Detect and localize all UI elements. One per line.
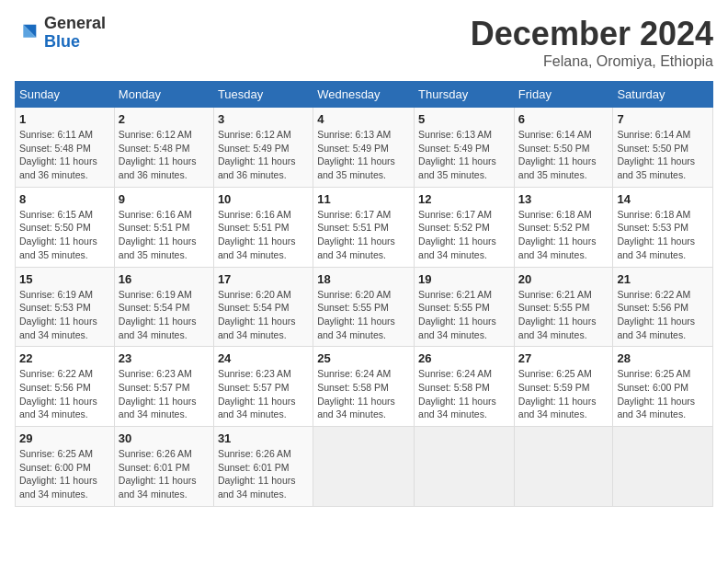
calendar-cell: 14Sunrise: 6:18 AMSunset: 5:53 PMDayligh… xyxy=(613,187,713,267)
day-info: Sunrise: 6:18 AMSunset: 5:53 PMDaylight:… xyxy=(617,208,709,262)
day-number: 3 xyxy=(218,112,309,126)
calendar-cell: 6Sunrise: 6:14 AMSunset: 5:50 PMDaylight… xyxy=(514,108,613,188)
calendar-week-1: 1Sunrise: 6:11 AMSunset: 5:48 PMDaylight… xyxy=(16,108,713,188)
calendar-week-4: 22Sunrise: 6:22 AMSunset: 5:56 PMDayligh… xyxy=(16,347,713,427)
day-number: 4 xyxy=(317,112,410,126)
day-number: 6 xyxy=(518,112,609,126)
calendar-cell: 23Sunrise: 6:23 AMSunset: 5:57 PMDayligh… xyxy=(114,347,213,427)
calendar-cell: 20Sunrise: 6:21 AMSunset: 5:55 PMDayligh… xyxy=(514,267,613,347)
day-number: 7 xyxy=(617,112,709,126)
calendar-cell: 29Sunrise: 6:25 AMSunset: 6:00 PMDayligh… xyxy=(16,427,115,507)
day-number: 21 xyxy=(617,272,709,286)
day-number: 2 xyxy=(119,112,210,126)
calendar-body: 1Sunrise: 6:11 AMSunset: 5:48 PMDaylight… xyxy=(16,108,713,507)
calendar-cell: 16Sunrise: 6:19 AMSunset: 5:54 PMDayligh… xyxy=(114,267,213,347)
calendar-cell xyxy=(415,427,515,507)
day-info: Sunrise: 6:15 AMSunset: 5:50 PMDaylight:… xyxy=(19,208,110,262)
day-info: Sunrise: 6:21 AMSunset: 5:55 PMDaylight:… xyxy=(518,288,609,342)
calendar-cell: 30Sunrise: 6:26 AMSunset: 6:01 PMDayligh… xyxy=(114,427,213,507)
day-info: Sunrise: 6:25 AMSunset: 6:00 PMDaylight:… xyxy=(19,447,110,501)
calendar-week-3: 15Sunrise: 6:19 AMSunset: 5:53 PMDayligh… xyxy=(16,267,713,347)
day-info: Sunrise: 6:22 AMSunset: 5:56 PMDaylight:… xyxy=(617,288,709,342)
day-info: Sunrise: 6:18 AMSunset: 5:52 PMDaylight:… xyxy=(518,208,609,262)
calendar-cell xyxy=(313,427,415,507)
calendar-cell: 4Sunrise: 6:13 AMSunset: 5:49 PMDaylight… xyxy=(313,108,415,188)
col-friday: Friday xyxy=(514,82,613,108)
logo-text: General Blue xyxy=(44,15,106,52)
calendar-week-5: 29Sunrise: 6:25 AMSunset: 6:00 PMDayligh… xyxy=(16,427,713,507)
day-info: Sunrise: 6:14 AMSunset: 5:50 PMDaylight:… xyxy=(518,128,609,182)
day-info: Sunrise: 6:16 AMSunset: 5:51 PMDaylight:… xyxy=(218,208,309,262)
calendar-cell: 1Sunrise: 6:11 AMSunset: 5:48 PMDaylight… xyxy=(16,108,115,188)
calendar-cell: 2Sunrise: 6:12 AMSunset: 5:48 PMDaylight… xyxy=(114,108,213,188)
day-number: 15 xyxy=(19,272,110,286)
day-number: 14 xyxy=(617,192,709,206)
day-info: Sunrise: 6:16 AMSunset: 5:51 PMDaylight:… xyxy=(119,208,210,262)
day-number: 8 xyxy=(19,192,110,206)
calendar-cell xyxy=(613,427,713,507)
day-number: 22 xyxy=(19,351,110,365)
day-number: 31 xyxy=(218,431,309,445)
day-number: 19 xyxy=(418,272,510,286)
day-info: Sunrise: 6:26 AMSunset: 6:01 PMDaylight:… xyxy=(119,447,210,501)
day-info: Sunrise: 6:21 AMSunset: 5:55 PMDaylight:… xyxy=(418,288,510,342)
title-block: December 2024 Felana, Oromiya, Ethiopia xyxy=(471,15,713,70)
col-sunday: Sunday xyxy=(16,82,115,108)
day-number: 5 xyxy=(418,112,510,126)
calendar-cell: 10Sunrise: 6:16 AMSunset: 5:51 PMDayligh… xyxy=(213,187,313,267)
calendar-cell: 21Sunrise: 6:22 AMSunset: 5:56 PMDayligh… xyxy=(613,267,713,347)
calendar-cell: 25Sunrise: 6:24 AMSunset: 5:58 PMDayligh… xyxy=(313,347,415,427)
logo-blue: Blue xyxy=(44,33,106,52)
calendar-cell: 18Sunrise: 6:20 AMSunset: 5:55 PMDayligh… xyxy=(313,267,415,347)
day-number: 13 xyxy=(518,192,609,206)
calendar-cell: 9Sunrise: 6:16 AMSunset: 5:51 PMDaylight… xyxy=(114,187,213,267)
calendar-cell: 28Sunrise: 6:25 AMSunset: 6:00 PMDayligh… xyxy=(613,347,713,427)
day-info: Sunrise: 6:25 AMSunset: 6:00 PMDaylight:… xyxy=(617,367,709,421)
logo: General Blue xyxy=(15,15,106,52)
day-info: Sunrise: 6:20 AMSunset: 5:54 PMDaylight:… xyxy=(218,288,309,342)
calendar-cell: 27Sunrise: 6:25 AMSunset: 5:59 PMDayligh… xyxy=(514,347,613,427)
day-info: Sunrise: 6:17 AMSunset: 5:52 PMDaylight:… xyxy=(418,208,510,262)
day-info: Sunrise: 6:13 AMSunset: 5:49 PMDaylight:… xyxy=(418,128,510,182)
day-info: Sunrise: 6:25 AMSunset: 5:59 PMDaylight:… xyxy=(518,367,609,421)
day-info: Sunrise: 6:17 AMSunset: 5:51 PMDaylight:… xyxy=(317,208,410,262)
day-info: Sunrise: 6:19 AMSunset: 5:54 PMDaylight:… xyxy=(119,288,210,342)
day-info: Sunrise: 6:14 AMSunset: 5:50 PMDaylight:… xyxy=(617,128,709,182)
col-saturday: Saturday xyxy=(613,82,713,108)
day-info: Sunrise: 6:24 AMSunset: 5:58 PMDaylight:… xyxy=(317,367,410,421)
logo-general: General xyxy=(44,15,106,33)
day-info: Sunrise: 6:11 AMSunset: 5:48 PMDaylight:… xyxy=(19,128,110,182)
day-info: Sunrise: 6:20 AMSunset: 5:55 PMDaylight:… xyxy=(317,288,410,342)
day-number: 30 xyxy=(119,431,210,445)
day-number: 17 xyxy=(218,272,309,286)
day-number: 10 xyxy=(218,192,309,206)
day-number: 16 xyxy=(119,272,210,286)
calendar-cell: 7Sunrise: 6:14 AMSunset: 5:50 PMDaylight… xyxy=(613,108,713,188)
day-number: 26 xyxy=(418,351,510,365)
day-number: 24 xyxy=(218,351,309,365)
day-info: Sunrise: 6:22 AMSunset: 5:56 PMDaylight:… xyxy=(19,367,110,421)
day-number: 27 xyxy=(518,351,609,365)
calendar-cell: 12Sunrise: 6:17 AMSunset: 5:52 PMDayligh… xyxy=(415,187,515,267)
day-info: Sunrise: 6:24 AMSunset: 5:58 PMDaylight:… xyxy=(418,367,510,421)
logo-icon xyxy=(15,20,40,46)
day-number: 28 xyxy=(617,351,709,365)
day-number: 11 xyxy=(317,192,410,206)
calendar-cell: 3Sunrise: 6:12 AMSunset: 5:49 PMDaylight… xyxy=(213,108,313,188)
col-thursday: Thursday xyxy=(415,82,515,108)
calendar-cell xyxy=(514,427,613,507)
calendar-cell: 22Sunrise: 6:22 AMSunset: 5:56 PMDayligh… xyxy=(16,347,115,427)
col-tuesday: Tuesday xyxy=(213,82,313,108)
calendar-cell: 11Sunrise: 6:17 AMSunset: 5:51 PMDayligh… xyxy=(313,187,415,267)
day-number: 9 xyxy=(119,192,210,206)
day-info: Sunrise: 6:13 AMSunset: 5:49 PMDaylight:… xyxy=(317,128,410,182)
calendar-cell: 24Sunrise: 6:23 AMSunset: 5:57 PMDayligh… xyxy=(213,347,313,427)
col-wednesday: Wednesday xyxy=(313,82,415,108)
day-number: 12 xyxy=(418,192,510,206)
calendar-cell: 5Sunrise: 6:13 AMSunset: 5:49 PMDaylight… xyxy=(415,108,515,188)
page-header: General Blue December 2024 Felana, Oromi… xyxy=(15,15,713,70)
day-info: Sunrise: 6:23 AMSunset: 5:57 PMDaylight:… xyxy=(119,367,210,421)
calendar-cell: 8Sunrise: 6:15 AMSunset: 5:50 PMDaylight… xyxy=(16,187,115,267)
day-number: 23 xyxy=(119,351,210,365)
day-number: 1 xyxy=(19,112,110,126)
